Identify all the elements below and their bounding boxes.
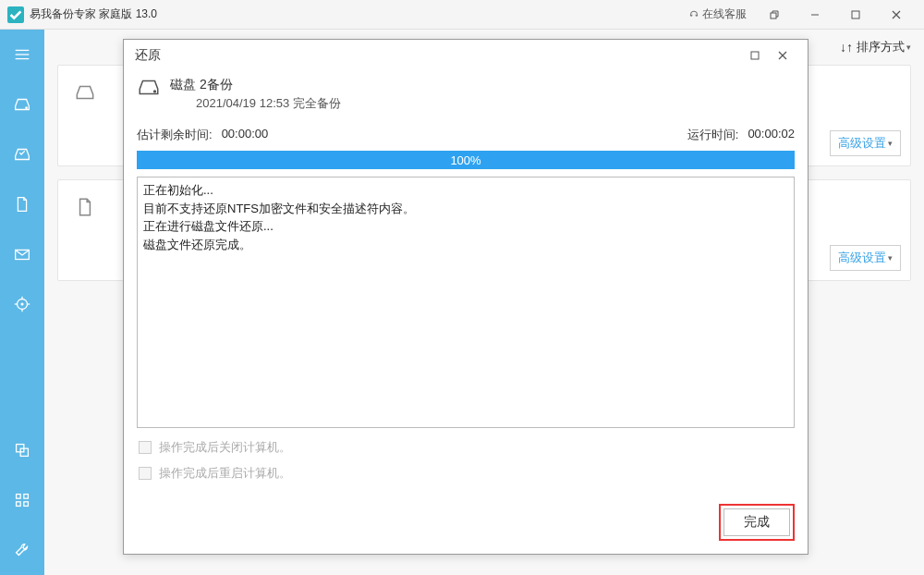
window-restore-button[interactable] [754,0,795,30]
sidebar-item-system[interactable] [0,129,44,179]
log-line: 目前不支持还原NTFS加密文件和安全描述符内容。 [143,200,788,218]
svg-rect-16 [17,495,21,499]
disk-icon [137,77,161,97]
checkbox-icon [139,441,152,454]
sidebar-item-menu[interactable] [0,30,44,80]
modal-title: 还原 [135,47,161,64]
app-title: 易我备份专家 家庭版 13.0 [30,6,157,22]
sort-dropdown[interactable]: ↓↑ 排序方式 ▾ [840,39,911,55]
svg-rect-19 [24,502,29,507]
modal-footer: 完成 [124,496,808,554]
time-row: 估计剩余时间: 00:00:00 运行时间: 00:00:02 [124,121,808,147]
svg-rect-18 [17,502,21,507]
system-icon [12,144,32,165]
window-maximize-button[interactable] [835,0,876,30]
sidebar-item-target[interactable] [0,279,44,329]
sidebar-item-settings[interactable] [0,525,44,575]
target-icon [12,294,32,314]
svg-rect-17 [24,495,29,499]
check-restart[interactable]: 操作完成后重启计算机。 [139,465,793,482]
finish-highlight: 完成 [719,504,795,541]
checkbox-icon [139,467,152,480]
progress-bar: 100% [137,151,795,169]
advanced-settings-button[interactable]: 高级设置 ▾ [830,245,901,271]
clone-icon [12,440,32,460]
svg-rect-20 [751,52,759,59]
est-label: 估计剩余时间: [137,127,213,143]
modal-header: 磁盘 2备份 2021/04/19 12:53 完全备份 [124,71,808,121]
sidebar-item-clone[interactable] [0,425,44,475]
job-subtitle: 2021/04/19 12:53 完全备份 [196,95,341,112]
modal-maximize-button[interactable] [741,42,769,69]
options: 操作完成后关闭计算机。 操作完成后重启计算机。 [124,428,808,496]
headset-icon [689,8,699,21]
wrench-icon [12,540,32,560]
online-service-button[interactable]: 在线客服 [682,0,754,30]
modal-close-button[interactable] [769,42,796,69]
sort-icon: ↓↑ [840,40,853,55]
log-box: 正在初始化... 目前不支持还原NTFS加密文件和安全描述符内容。 正在进行磁盘… [137,177,795,428]
advanced-settings-button[interactable]: 高级设置 ▾ [830,130,901,156]
chevron-down-icon: ▾ [888,253,893,263]
modal-titlebar: 还原 [124,40,808,71]
job-title: 磁盘 2备份 [170,77,341,93]
restore-modal: 还原 磁盘 2备份 2021/04/19 12:53 完全备份 估计剩余时间: … [123,39,808,555]
log-line: 正在初始化... [143,181,788,200]
sidebar [0,30,44,575]
est-value: 00:00:00 [222,127,269,143]
grid-icon [12,490,32,510]
sidebar-item-disk[interactable] [0,80,44,129]
window-minimize-button[interactable] [795,0,835,30]
sidebar-item-mail[interactable] [0,229,44,279]
chevron-down-icon: ▾ [888,139,893,148]
svg-rect-2 [852,11,859,18]
svg-point-9 [21,303,23,305]
app-titlebar: 易我备份专家 家庭版 13.0 在线客服 [0,0,924,30]
log-line: 磁盘文件还原完成。 [143,236,788,254]
window-close-button[interactable] [876,0,917,30]
chevron-down-icon: ▾ [906,43,911,52]
app-logo [7,6,24,23]
file-icon [12,194,32,214]
disk-icon [12,94,32,115]
file-icon [73,195,97,219]
sidebar-item-tools[interactable] [0,475,44,525]
run-value: 00:00:02 [748,127,795,143]
mail-icon [12,244,32,264]
hamburger-icon [12,44,32,65]
run-label: 运行时间: [687,127,739,143]
sidebar-item-file[interactable] [0,179,44,229]
log-line: 正在进行磁盘文件还原... [143,217,788,236]
finish-button[interactable]: 完成 [723,508,790,536]
svg-rect-0 [771,13,776,18]
disk-icon [73,80,97,104]
check-shutdown[interactable]: 操作完成后关闭计算机。 [139,439,793,456]
svg-point-21 [154,91,156,92]
svg-point-6 [26,107,27,108]
